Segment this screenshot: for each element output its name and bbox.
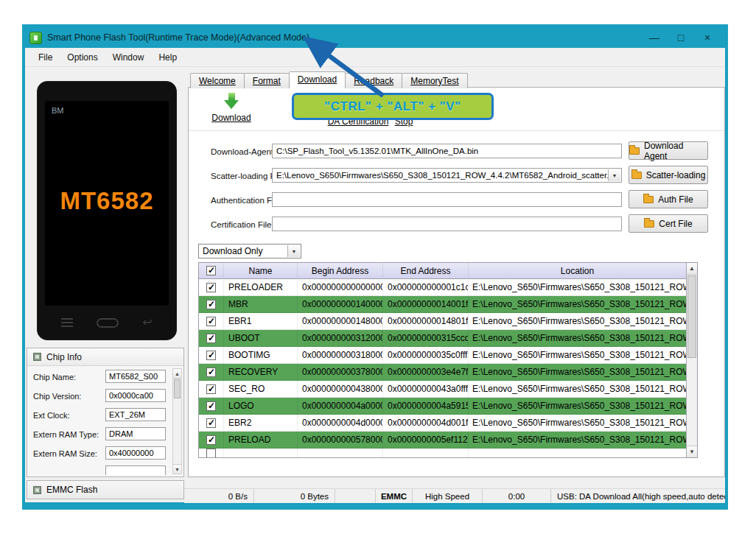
table-row[interactable]: BOOTIMG0x00000000031800000x00000000035c0… (199, 347, 686, 364)
row-checkbox[interactable] (206, 300, 216, 309)
phone-nav-buttons: ↩ (38, 312, 176, 334)
row-checkbox[interactable] (206, 401, 216, 411)
chevron-down-icon[interactable]: ▼ (608, 169, 620, 181)
tab-format[interactable]: Format (244, 73, 290, 88)
download-agent-input[interactable]: C:\SP_Flash_Tool_v5.1352.01\MTK_AllInOne… (272, 144, 622, 158)
select-all-checkbox[interactable] (206, 266, 216, 275)
row-checkbox[interactable] (206, 449, 216, 457)
partition-name: UBOOT (224, 330, 298, 346)
scroll-down-icon[interactable]: ▼ (173, 464, 181, 474)
partition-location: E:\Lenovo_S650\Firmwares\S650_S308_15012… (469, 296, 686, 312)
partition-name: EBR1 (224, 313, 298, 329)
end-address: 0x00000000014801ff (383, 313, 469, 329)
status-usb-status: USB: DA Download All(high speed,auto det… (551, 489, 725, 503)
scrollbar-thumb[interactable] (174, 379, 181, 398)
row-checkbox[interactable] (206, 368, 216, 377)
status-flash-type: EMMC (376, 489, 413, 503)
chip-info-field-row: Extern RAM Type:DRAM (27, 425, 172, 444)
download-mode-combobox[interactable]: Download Only ▼ (198, 244, 301, 259)
row-checkbox[interactable] (206, 351, 216, 360)
emmc-flash-group: EMMC Flash (27, 480, 184, 499)
table-row[interactable]: PRELOADER0x00000000000000000x00000000000… (199, 279, 686, 296)
table-row[interactable]: LOGO0x0000000004a000000x0000000004a5915f… (199, 398, 686, 415)
table-row[interactable]: SEC_RO0x00000000043800000x00000000043a0f… (199, 381, 686, 398)
chip-info-scrollbar[interactable]: ▲ ▼ (172, 368, 182, 474)
tab-welcome[interactable]: Welcome (190, 73, 245, 88)
partition-location: E:\Lenovo_S650\Firmwares\S650_S308_15012… (469, 398, 686, 414)
certification-input[interactable] (272, 217, 622, 231)
download-agent-button-label: Download Agent (644, 141, 707, 161)
scatter-loading-button[interactable]: Scatter-loading (629, 166, 708, 184)
scatter-file-value: E:\Lenovo_S650\Firmwares\S650_S308_15012… (276, 171, 617, 180)
col-header-name[interactable]: Name (224, 263, 298, 279)
row-checkbox[interactable] (206, 334, 216, 343)
scatter-file-combobox[interactable]: E:\Lenovo_S650\Firmwares\S650_S308_15012… (272, 168, 622, 183)
row-check-cell (199, 347, 224, 363)
table-row[interactable] (199, 449, 686, 457)
row-checkbox[interactable] (206, 418, 216, 428)
chip-icon (33, 353, 41, 361)
menu-window[interactable]: Window (105, 49, 152, 66)
table-row[interactable]: PRELOAD0x00000000057800000x0000000005ef1… (199, 432, 686, 449)
table-row[interactable]: MBR0x00000000014000000x00000000014001ffE… (199, 296, 686, 313)
end-address: 0x0000000004d001ff (383, 415, 469, 431)
auth-file-button[interactable]: Auth File (629, 190, 708, 208)
partition-location: E:\Lenovo_S650\Firmwares\S650_S308_15012… (469, 415, 686, 431)
col-header-location[interactable]: Location (469, 263, 686, 279)
maximize-button[interactable]: □ (668, 29, 694, 46)
download-toolbar-label: Download (195, 113, 268, 123)
menu-options[interactable]: Options (60, 49, 105, 66)
row-checkbox[interactable] (206, 317, 216, 326)
row-checkbox[interactable] (206, 283, 216, 292)
chip-field-label: Chip Version: (33, 392, 81, 401)
close-button[interactable]: × (694, 29, 721, 46)
phone-home-icon (97, 318, 119, 328)
col-header-end-address[interactable]: End Address (383, 263, 469, 279)
phone-chip-label: MT6582 (45, 187, 169, 215)
cert-file-button-label: Cert File (659, 219, 692, 229)
emmc-flash-label: EMMC Flash (46, 485, 97, 495)
partition-name (224, 449, 298, 457)
download-mode-value: Download Only (203, 246, 262, 256)
row-checkbox[interactable] (206, 435, 216, 445)
chip-field-label: Chip Name: (33, 373, 76, 382)
table-row[interactable]: UBOOT0x00000000031200000x000000000315ccd… (199, 330, 686, 347)
app-icon (29, 32, 42, 44)
partition-name: EBR2 (224, 415, 298, 431)
table-row[interactable]: EBR20x0000000004d000000x0000000004d001ff… (199, 415, 686, 432)
partition-location: E:\Lenovo_S650\Firmwares\S650_S308_15012… (469, 432, 686, 448)
window-title: Smart Phone Flash Tool(Runtime Trace Mod… (47, 32, 309, 43)
scroll-up-icon[interactable]: ▲ (687, 263, 697, 275)
chip-field-value (105, 465, 166, 475)
row-check-cell (199, 398, 224, 414)
row-check-cell (199, 330, 224, 346)
col-header-begin-address[interactable]: Begin Address (298, 263, 383, 279)
certification-row: Certification File Cert File (211, 216, 708, 233)
cert-file-button[interactable]: Cert File (629, 214, 708, 233)
download-toolbar-button[interactable]: Download (195, 92, 268, 123)
table-row[interactable]: RECOVERY0x00000000037800000x0000000003e4… (199, 364, 686, 381)
menu-help[interactable]: Help (151, 49, 184, 66)
menu-file[interactable]: File (31, 49, 60, 66)
folder-icon (644, 220, 654, 228)
window-body: BM MT6582 ↩ Chip Info Chip Name:MT6582_S… (25, 67, 725, 502)
status-bytes: 0 Bytes (254, 489, 335, 503)
begin-address: 0x0000000001400000 (298, 296, 383, 312)
scroll-down-icon[interactable]: ▼ (687, 446, 697, 457)
begin-address: 0x0000000000000000 (298, 279, 383, 295)
download-agent-button[interactable]: Download Agent (629, 141, 708, 160)
certification-label: Certification File (211, 220, 271, 229)
chip-field-value: MT6582_S00 (105, 370, 166, 383)
chevron-down-icon[interactable]: ▼ (287, 245, 300, 257)
row-checkbox[interactable] (206, 384, 216, 394)
table-row[interactable]: EBR10x00000000014800000x00000000014801ff… (199, 313, 686, 330)
minimize-button[interactable]: — (641, 29, 668, 46)
download-agent-row: Download-Agent C:\SP_Flash_Tool_v5.1352.… (211, 143, 708, 161)
table-scrollbar[interactable]: ▲ ▼ (686, 263, 697, 457)
scrollbar-thumb[interactable] (687, 275, 696, 358)
row-check-cell (199, 449, 224, 457)
authentication-input[interactable] (272, 192, 622, 207)
status-bar: 0 B/s 0 Bytes EMMC High Speed 0:00 USB: … (184, 488, 725, 503)
scroll-up-icon[interactable]: ▲ (173, 369, 181, 379)
chip-field-value: DRAM (105, 427, 166, 440)
